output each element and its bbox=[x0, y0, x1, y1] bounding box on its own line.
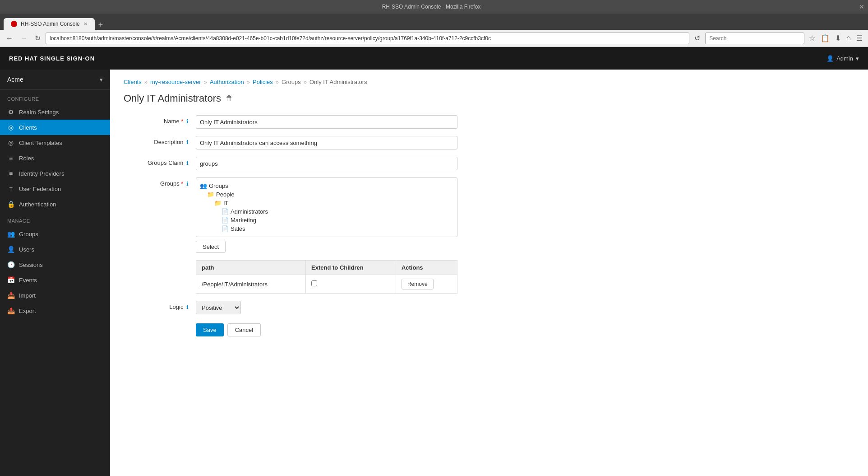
identity-providers-icon: ≡ bbox=[7, 170, 14, 177]
sidebar-item-events[interactable]: 📅 Events bbox=[0, 272, 110, 288]
row-path: /People/IT/Administrators bbox=[196, 275, 306, 294]
name-info-icon[interactable]: ℹ bbox=[186, 118, 189, 125]
logic-info-icon[interactable]: ℹ bbox=[186, 304, 189, 310]
sidebar-item-realm-settings-label: Realm Settings bbox=[19, 109, 59, 116]
logic-label: Logic ℹ bbox=[124, 301, 196, 310]
breadcrumb-authorization[interactable]: Authorization bbox=[210, 79, 244, 85]
home-icon[interactable]: ⌂ bbox=[845, 33, 853, 43]
col-path: path bbox=[196, 261, 306, 275]
groups-claim-info-icon[interactable]: ℹ bbox=[186, 160, 189, 166]
import-icon: 📥 bbox=[7, 292, 14, 299]
extend-children-checkbox[interactable] bbox=[311, 280, 317, 286]
sidebar-item-authentication[interactable]: 🔒 Authentication bbox=[0, 196, 110, 212]
main-content: Clients » my-resource-server » Authoriza… bbox=[110, 70, 868, 476]
search-input[interactable] bbox=[705, 33, 804, 44]
sidebar-item-sessions[interactable]: 🕐 Sessions bbox=[0, 257, 110, 272]
sidebar-item-users[interactable]: 👤 Users bbox=[0, 242, 110, 257]
realm-name: Acme bbox=[7, 76, 23, 83]
breadcrumb-sep-3: » bbox=[247, 79, 250, 85]
sidebar-item-identity-providers[interactable]: ≡ Identity Providers bbox=[0, 166, 110, 181]
sidebar-item-export[interactable]: 📤 Export bbox=[0, 303, 110, 318]
forward-button[interactable]: → bbox=[18, 33, 30, 43]
groups-group: Groups * ℹ 👥 Groups 📁 People bbox=[124, 177, 854, 294]
breadcrumb-sep-4: » bbox=[276, 79, 279, 85]
user-menu[interactable]: 👤 Admin ▾ bbox=[826, 55, 859, 62]
breadcrumb-sep-5: » bbox=[304, 79, 307, 85]
events-icon: 📅 bbox=[7, 276, 14, 284]
select-button[interactable]: Select bbox=[196, 241, 226, 253]
groups-claim-group: Groups Claim ℹ bbox=[124, 157, 854, 170]
sidebar-item-client-templates[interactable]: ◎ Client Templates bbox=[0, 135, 110, 150]
name-label: Name * ℹ bbox=[124, 115, 196, 125]
sidebar-item-client-templates-label: Client Templates bbox=[19, 140, 62, 146]
groups-table: path Extend to Children Actions /People/… bbox=[196, 260, 457, 294]
row-actions: Remove bbox=[396, 275, 457, 294]
download-icon[interactable]: ⬇ bbox=[833, 33, 843, 43]
new-tab-button[interactable]: + bbox=[98, 20, 103, 30]
tree-item-marketing[interactable]: 📄 Marketing bbox=[200, 216, 453, 224]
main-inner: Clients » my-resource-server » Authoriza… bbox=[110, 70, 868, 345]
sidebar-item-roles[interactable]: ≡ Roles bbox=[0, 150, 110, 166]
sidebar-item-sessions-label: Sessions bbox=[19, 261, 43, 268]
sidebar-item-events-label: Events bbox=[19, 277, 37, 284]
sidebar-item-users-label: Users bbox=[19, 246, 34, 253]
tab-close-button[interactable]: ✕ bbox=[83, 21, 88, 27]
sidebar-item-identity-providers-label: Identity Providers bbox=[19, 170, 64, 177]
sidebar-item-groups[interactable]: 👥 Groups bbox=[0, 226, 110, 242]
tree-item-sales[interactable]: 📄 Sales bbox=[200, 224, 453, 233]
sessions-icon: 🕐 bbox=[7, 261, 14, 268]
breadcrumb-resource-server[interactable]: my-resource-server bbox=[150, 79, 201, 85]
groups-icon: 👥 bbox=[7, 230, 14, 238]
people-label: People bbox=[216, 191, 234, 198]
refresh-button[interactable]: ↻ bbox=[32, 33, 43, 43]
sidebar-item-groups-label: Groups bbox=[19, 231, 38, 238]
cancel-button[interactable]: Cancel bbox=[227, 323, 261, 336]
address-bar[interactable] bbox=[46, 33, 689, 44]
save-button[interactable]: Save bbox=[196, 323, 224, 336]
description-input[interactable] bbox=[196, 136, 457, 149]
roles-icon: ≡ bbox=[7, 154, 14, 162]
delete-button[interactable]: 🗑 bbox=[226, 94, 233, 103]
name-required: * bbox=[181, 118, 183, 125]
back-button[interactable]: ← bbox=[4, 33, 15, 43]
browser-close-button[interactable]: ✕ bbox=[859, 3, 864, 10]
browser-chrome: RH-SSO Admin Console - Mozilla Firefox ✕… bbox=[0, 0, 868, 47]
tab-favicon bbox=[11, 21, 17, 27]
user-icon: 👤 bbox=[826, 55, 834, 62]
groups-info-icon[interactable]: ℹ bbox=[186, 181, 189, 187]
tree-item-administrators[interactable]: 📄 Administrators bbox=[200, 207, 453, 216]
user-federation-icon: ≡ bbox=[7, 185, 14, 192]
remove-button[interactable]: Remove bbox=[402, 279, 434, 289]
breadcrumb-policies[interactable]: Policies bbox=[253, 79, 273, 85]
tree-item-it[interactable]: 📁 IT bbox=[200, 199, 453, 207]
reload-button[interactable]: ↺ bbox=[692, 33, 702, 43]
sidebar-item-user-federation[interactable]: ≡ User Federation bbox=[0, 181, 110, 196]
sidebar-item-clients[interactable]: ◎ Clients bbox=[0, 120, 110, 135]
browser-tab[interactable]: RH-SSO Admin Console ✕ bbox=[4, 18, 95, 30]
sidebar: Acme ▾ Configure ⚙ Realm Settings ◎ Clie… bbox=[0, 70, 110, 476]
groups-claim-label: Groups Claim ℹ bbox=[124, 157, 196, 166]
breadcrumb-clients[interactable]: Clients bbox=[124, 79, 142, 85]
policy-form: Name * ℹ Description ℹ bbox=[124, 115, 854, 336]
tree-item-groups[interactable]: 👥 Groups bbox=[200, 182, 453, 190]
action-buttons: Save Cancel bbox=[196, 323, 854, 336]
settings-icon[interactable]: ☰ bbox=[854, 33, 864, 43]
description-info-icon[interactable]: ℹ bbox=[186, 139, 189, 145]
realm-selector[interactable]: Acme ▾ bbox=[0, 70, 110, 90]
name-input[interactable] bbox=[196, 115, 457, 129]
history-icon[interactable]: 📋 bbox=[819, 33, 831, 43]
sidebar-item-roles-label: Roles bbox=[19, 155, 34, 162]
table-body: /People/IT/Administrators Remove bbox=[196, 275, 457, 294]
bookmark-icon[interactable]: ☆ bbox=[807, 33, 817, 43]
sidebar-item-authentication-label: Authentication bbox=[19, 201, 56, 208]
logic-select[interactable]: Positive Negative bbox=[196, 301, 241, 314]
app-topbar: RED HAT SINGLE SIGN-ON 👤 Admin ▾ bbox=[0, 47, 868, 70]
groups-container: 👥 Groups 📁 People 📁 IT bbox=[196, 177, 457, 294]
tree-item-people[interactable]: 📁 People bbox=[200, 190, 453, 199]
sidebar-item-realm-settings[interactable]: ⚙ Realm Settings bbox=[0, 104, 110, 120]
sidebar-item-import[interactable]: 📥 Import bbox=[0, 288, 110, 303]
groups-claim-input[interactable] bbox=[196, 157, 457, 170]
user-label: Admin bbox=[836, 55, 853, 62]
logic-group: Logic ℹ Positive Negative bbox=[124, 301, 854, 314]
groups-label: Groups * ℹ bbox=[124, 177, 196, 187]
